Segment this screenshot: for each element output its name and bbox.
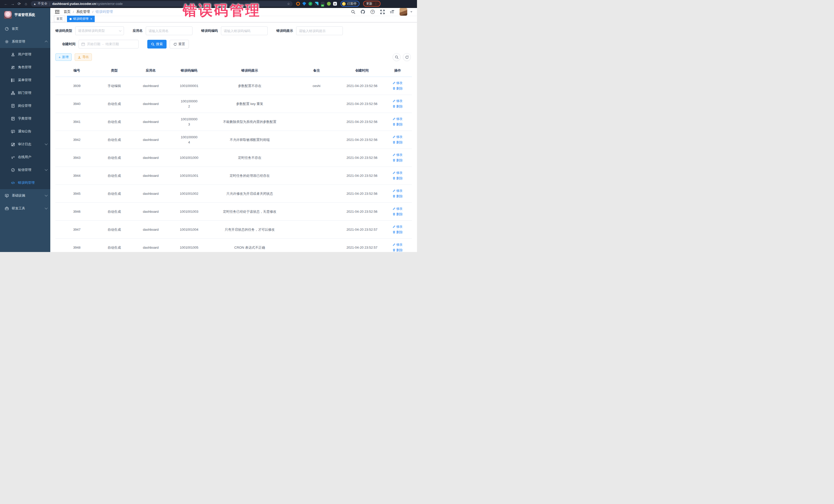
refresh-table-button[interactable] [403, 53, 411, 61]
reload-icon[interactable]: ⟳ [16, 2, 23, 6]
extension-icon[interactable] [296, 2, 300, 6]
sidebar-item-错误码管理[interactable]: 错误码管理 [0, 176, 50, 189]
extensions-puzzle-icon[interactable]: ■ [333, 2, 337, 6]
export-button[interactable]: 导出 [75, 53, 92, 61]
browser-update-button[interactable]: 更新 ⋮ [363, 1, 380, 7]
screen: ← → ⟳ ⌂ ▲ 不安全 | dashboard.yudao.iocoder.… [0, 0, 417, 252]
sidebar-item-短信管理[interactable]: 短信管理 [0, 163, 50, 176]
cell-message: 定时任务不存在 [207, 149, 292, 167]
extension-icon[interactable]: on [321, 2, 325, 6]
add-button[interactable]: + 新增 [56, 53, 72, 61]
github-icon[interactable] [360, 9, 365, 14]
font-size-icon[interactable] [390, 9, 394, 14]
bookmark-star-icon[interactable]: ☆ [287, 2, 290, 6]
table-row: 3947自动生成dashboard1001001004只有开启状态的任务，才可以… [56, 221, 412, 239]
reset-button[interactable]: 重置 [170, 40, 189, 48]
edit-link[interactable]: 修改 [393, 116, 403, 122]
error-message-input[interactable] [299, 29, 340, 33]
tag-首页[interactable]: 首页 [54, 16, 65, 22]
sidebar-logo[interactable]: 芋道管理系统 [0, 8, 50, 22]
sidebar-item-系统管理[interactable]: 系统管理 [0, 35, 50, 48]
sidebar-item-基础设施[interactable]: 基础设施 [0, 189, 50, 202]
online-icon [11, 155, 15, 159]
delete-link[interactable]: 删除 [393, 122, 403, 127]
edit-link[interactable]: 修改 [393, 134, 403, 139]
users-icon [11, 65, 15, 69]
edit-link[interactable]: 修改 [393, 80, 403, 85]
date-start-placeholder: 开始日期 [87, 42, 100, 46]
extension-icon[interactable]: ✓ [308, 2, 312, 6]
avatar-caret-icon[interactable] [410, 11, 412, 13]
edit-link[interactable]: 修改 [393, 188, 403, 193]
edit-link[interactable]: 修改 [393, 242, 403, 247]
delete-icon [393, 159, 395, 162]
select-placeholder: 请选择错误码类型 [78, 28, 105, 33]
sidebar-item-审计日志[interactable]: 审计日志 [0, 138, 50, 151]
cell-app: dashboard [130, 203, 171, 221]
delete-link[interactable]: 删除 [393, 158, 403, 163]
profile-paused-badge[interactable]: 已暂停 [341, 1, 359, 7]
extension-icon[interactable] [314, 2, 319, 6]
cell-code: 1001001003 [171, 203, 207, 221]
cell-code: 1001000001 [171, 77, 207, 95]
edit-link[interactable]: 修改 [393, 224, 403, 229]
edit-link[interactable]: 修改 [393, 152, 403, 157]
edit-link[interactable]: 修改 [393, 170, 403, 175]
sidebar-item-研发工具[interactable]: 研发工具 [0, 202, 50, 215]
help-icon[interactable]: ? [370, 9, 375, 14]
collapse-sidebar-icon[interactable] [55, 10, 60, 14]
delete-link[interactable]: 删除 [393, 248, 403, 252]
sidebar-item-首页[interactable]: 首页 [0, 22, 50, 35]
date-range-picker[interactable]: 开始日期 - 结束日期 [79, 40, 138, 48]
sidebar-item-菜单管理[interactable]: 菜单管理 [0, 74, 50, 86]
delete-link[interactable]: 删除 [393, 194, 403, 199]
close-icon[interactable]: × [90, 17, 92, 21]
column-header: 创建时间 [341, 65, 383, 77]
extension-icon[interactable] [302, 2, 306, 6]
forward-icon[interactable]: → [9, 2, 16, 6]
profile-emoji-icon [342, 2, 346, 6]
breadcrumb-home[interactable]: 首页 [64, 9, 70, 14]
field-label: 创建时间 [62, 42, 75, 46]
error-code-input[interactable] [224, 29, 265, 33]
delete-link[interactable]: 删除 [393, 140, 403, 145]
sidebar-item-在线用户[interactable]: 在线用户 [0, 151, 50, 163]
delete-link[interactable]: 删除 [393, 230, 403, 235]
search-icon[interactable] [351, 9, 355, 14]
back-icon[interactable]: ← [3, 2, 9, 6]
kebab-menu-icon[interactable]: ⋮ [374, 2, 377, 5]
fullscreen-icon[interactable] [380, 9, 385, 14]
infra-icon [5, 194, 9, 198]
sidebar-item-角色管理[interactable]: 角色管理 [0, 61, 50, 74]
user-avatar[interactable] [399, 8, 407, 16]
search-button[interactable]: 搜索 [147, 40, 167, 48]
cell-remark: ceshi [292, 77, 341, 95]
delete-link[interactable]: 删除 [393, 86, 403, 91]
home-icon[interactable]: ⌂ [23, 2, 29, 6]
sidebar-item-通知公告[interactable]: 通知公告 [0, 125, 50, 138]
delete-link[interactable]: 删除 [393, 212, 403, 217]
edit-link[interactable]: 修改 [393, 98, 403, 104]
delete-link[interactable]: 删除 [393, 176, 403, 181]
sidebar-item-字典管理[interactable]: 字典管理 [0, 112, 50, 125]
cell-id: 3940 [56, 95, 98, 113]
toggle-search-button[interactable] [393, 53, 400, 61]
cell-create-time: 2021-04-20 23:52:56 [341, 167, 383, 185]
cell-create-time: 2021-04-20 23:52:57 [341, 239, 383, 252]
tag-错误码管理[interactable]: 错误码管理× [67, 16, 95, 22]
app-name-input[interactable] [149, 29, 190, 33]
extension-icon[interactable] [327, 2, 331, 6]
cell-create-time: 2021-04-20 23:52:56 [341, 131, 383, 149]
error-code-type-select[interactable]: 请选择错误码类型 [75, 26, 124, 35]
delete-link[interactable]: 删除 [393, 104, 403, 109]
sidebar-item-用户管理[interactable]: 用户管理 [0, 48, 50, 61]
breadcrumb-system[interactable]: 系统管理 [76, 9, 90, 14]
gear-icon [5, 40, 9, 44]
column-header: 备注 [292, 65, 341, 77]
sidebar-item-岗位管理[interactable]: 岗位管理 [0, 99, 50, 112]
cell-create-time: 2021-04-20 23:52:56 [341, 185, 383, 203]
security-label[interactable]: 不安全 [38, 2, 47, 6]
edit-link[interactable]: 修改 [393, 206, 403, 211]
sidebar-item-部门管理[interactable]: 部门管理 [0, 86, 50, 99]
table-row: 3948自动生成dashboard1001001005CRON 表达式不正确20… [56, 239, 412, 252]
